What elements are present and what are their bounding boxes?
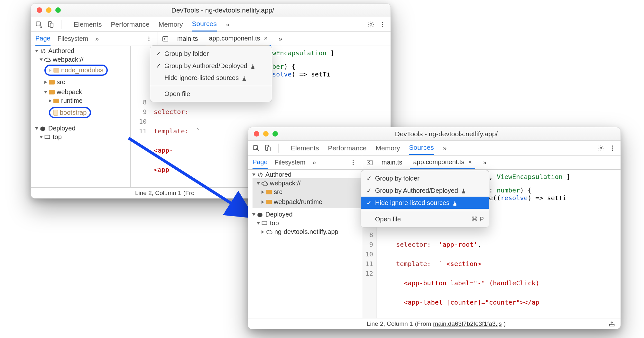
tree-node-modules[interactable]: node_modules (44, 65, 130, 76)
svg-point-3 (370, 23, 372, 25)
file-tab-more[interactable]: » (480, 156, 490, 169)
close-icon[interactable] (37, 7, 42, 13)
svg-point-9 (148, 40, 149, 41)
svg-point-5 (382, 24, 383, 25)
file-tab-app-component[interactable]: app.component.ts× (206, 32, 271, 46)
minimize-icon[interactable] (263, 131, 269, 137)
tree-src[interactable]: src (44, 78, 130, 86)
status-bar: Line 2, Column 1 (From main.da63f7b2fe3f… (248, 318, 621, 329)
traffic-lights (37, 7, 61, 13)
svg-point-19 (612, 149, 613, 151)
ctx-hide-ignore[interactable]: ✓Hide ignore-listed sources (361, 197, 489, 209)
svg-rect-11 (45, 135, 50, 138)
tab-memory[interactable]: Memory (159, 17, 183, 31)
svg-point-17 (612, 145, 613, 147)
devtools-window-after[interactable]: DevTools - ng-devtools.netlify.app/ Elem… (248, 127, 621, 329)
minimize-icon[interactable] (46, 7, 51, 13)
tab-more[interactable]: » (226, 17, 230, 31)
svg-point-21 (353, 162, 354, 163)
nav-back-icon[interactable] (365, 158, 374, 167)
inspect-icon[interactable] (35, 20, 43, 29)
navigator-kebab-icon[interactable] (145, 35, 153, 43)
tree-top[interactable]: top (257, 219, 362, 227)
flask-icon (461, 188, 466, 193)
subtab-more[interactable]: » (312, 156, 316, 169)
tab-performance[interactable]: Performance (111, 17, 150, 31)
ctx-open-file[interactable]: Open file⌘ P (361, 213, 489, 225)
source-map-link[interactable]: main.da63f7b2fe3f1fa3.js (433, 320, 501, 327)
show-drawer-icon[interactable] (608, 320, 616, 328)
tree-webpack-folder[interactable]: webpack (44, 88, 130, 96)
tree-domain[interactable]: ng-devtools.netlify.app (262, 228, 362, 236)
separator (61, 20, 61, 29)
tab-more[interactable]: » (443, 141, 447, 155)
tree-authored[interactable]: Authored (35, 47, 130, 55)
tree-deployed[interactable]: Deployed (35, 125, 130, 132)
tab-sources[interactable]: Sources (192, 17, 217, 31)
kebab-icon[interactable] (608, 144, 617, 152)
file-tab-main[interactable]: main.ts (174, 32, 201, 46)
tree-webpack-runtime[interactable]: webpack/runtime (262, 198, 362, 206)
file-tree[interactable]: Authored webpack:// src webpack/runtime … (248, 170, 362, 318)
file-tab-main[interactable]: main.ts (378, 156, 405, 169)
titlebar: DevTools - ng-devtools.netlify.app/ (31, 4, 391, 17)
window-title: DevTools - ng-devtools.netlify.app/ (61, 6, 385, 14)
ctx-group-folder[interactable]: ✓Group by folder (361, 172, 489, 184)
svg-point-6 (382, 26, 383, 27)
file-tree[interactable]: Authored webpack:// node_modules src web… (31, 46, 131, 187)
nav-back-icon[interactable] (161, 35, 170, 43)
subtab-page[interactable]: Page (253, 156, 268, 169)
file-tab-app-component[interactable]: app.component.ts× (410, 156, 475, 169)
ctx-group-authored[interactable]: ✓Group by Authored/Deployed (361, 184, 489, 197)
flask-icon (251, 63, 256, 69)
ctx-group-authored[interactable]: ✓Group by Authored/Deployed (150, 60, 272, 72)
subtab-filesystem[interactable]: Filesystem (58, 32, 88, 46)
ctx-open-file[interactable]: Open file (150, 88, 272, 100)
subtab-page[interactable]: Page (35, 32, 51, 46)
tree-authored[interactable]: Authored (253, 171, 362, 178)
subtab-more[interactable]: » (95, 32, 99, 46)
settings-icon[interactable] (597, 144, 605, 152)
panel-tabs: Elements Performance Memory Sources » (74, 17, 229, 31)
cursor-location: Line 2, Column 1 (367, 320, 413, 327)
tree-bootstrap[interactable]: bootstrap (49, 107, 130, 118)
traffic-lights (254, 131, 278, 137)
tree-src[interactable]: src (262, 188, 362, 196)
inspect-icon[interactable] (252, 144, 260, 152)
svg-point-16 (600, 147, 602, 149)
tree-runtime[interactable]: runtime (49, 97, 130, 104)
device-toggle-icon[interactable] (46, 20, 55, 29)
close-tab-icon[interactable]: × (468, 158, 472, 166)
flask-icon (242, 75, 247, 81)
context-menu[interactable]: ✓Group by folder ✓Group by Authored/Depl… (361, 170, 489, 227)
settings-icon[interactable] (367, 20, 375, 29)
svg-rect-15 (267, 147, 270, 151)
tree-deployed[interactable]: Deployed (253, 211, 362, 218)
tree-top[interactable]: top (40, 133, 130, 141)
ctx-group-folder[interactable]: ✓Group by folder (150, 48, 272, 60)
zoom-icon[interactable] (272, 131, 278, 137)
tree-webpack[interactable]: webpack:// (257, 180, 362, 187)
tab-elements[interactable]: Elements (291, 141, 319, 155)
context-menu[interactable]: ✓Group by folder ✓Group by Authored/Depl… (150, 45, 272, 102)
svg-point-7 (148, 36, 149, 37)
subtab-filesystem[interactable]: Filesystem (275, 156, 306, 169)
file-tab-more[interactable]: » (275, 32, 285, 46)
tree-webpack[interactable]: webpack:// (40, 56, 130, 63)
window-title: DevTools - ng-devtools.netlify.app/ (278, 130, 615, 138)
sources-subbar: Page Filesystem » main.ts app.component.… (31, 32, 391, 46)
titlebar: DevTools - ng-devtools.netlify.app/ (248, 127, 621, 141)
tab-sources[interactable]: Sources (409, 141, 434, 155)
svg-point-20 (353, 160, 354, 161)
ctx-hide-ignore[interactable]: Hide ignore-listed sources (150, 72, 272, 84)
tab-elements[interactable]: Elements (74, 17, 102, 31)
device-toggle-icon[interactable] (263, 144, 272, 152)
tab-memory[interactable]: Memory (376, 141, 400, 155)
close-icon[interactable] (254, 131, 259, 137)
zoom-icon[interactable] (55, 7, 61, 13)
tab-performance[interactable]: Performance (328, 141, 367, 155)
svg-rect-25 (610, 324, 614, 326)
kebab-icon[interactable] (378, 20, 387, 29)
close-tab-icon[interactable]: × (264, 35, 268, 42)
navigator-kebab-icon[interactable] (349, 158, 357, 167)
